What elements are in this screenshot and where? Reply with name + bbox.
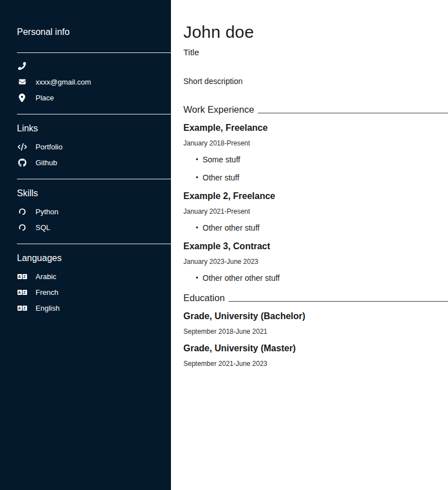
language-label: Arabic [36, 272, 56, 281]
divider [17, 179, 171, 179]
language-icon: AZ [17, 290, 27, 295]
languages-heading: Languages [17, 253, 171, 263]
entry-bullets: Other other other stuff [183, 273, 448, 282]
skill-row: SQL [17, 222, 171, 232]
github-icon [17, 158, 27, 167]
entry-title: Example, Freelance [183, 123, 448, 133]
entry-bullets: Some stuff Other stuff [183, 155, 448, 182]
entry-date: January 2023-June 2023 [183, 258, 448, 266]
language-row: AZ English [17, 303, 171, 313]
link-row-github[interactable]: Github [17, 157, 171, 167]
work-entry: Example, Freelance January 2018-Present … [183, 123, 448, 182]
entry-title: Example 3, Contract [183, 241, 448, 251]
circle-notch-icon [17, 224, 27, 231]
entry-title: Example 2, Freelance [183, 191, 448, 201]
education-heading: Education [183, 293, 448, 303]
link-row-portfolio[interactable]: Portfolio [17, 142, 171, 152]
entry-date: January 2021-Present [183, 208, 448, 215]
entry-title: Grade, University (Bachelor) [183, 311, 448, 321]
divider [17, 52, 171, 53]
contact-row-place: Place [17, 92, 171, 103]
sidebar: Personal info xxxx@gmail.com Place Links [0, 0, 171, 490]
work-entry: Example 2, Freelance January 2021-Presen… [183, 191, 448, 232]
heading-rule [258, 113, 448, 113]
bullet-item: Other stuff [203, 173, 448, 182]
links-heading: Links [17, 123, 171, 134]
entry-date: January 2018-Present [183, 139, 448, 147]
education-entry: Grade, University (Bachelor) September 2… [183, 311, 448, 336]
bullet-item: Some stuff [203, 155, 448, 164]
portfolio-link-label: Portfolio [36, 143, 63, 151]
links-list: Portfolio Github [17, 142, 171, 167]
email-value: xxxx@gmail.com [36, 78, 91, 86]
work-experience-heading: Work Experience [183, 104, 448, 115]
divider [17, 114, 171, 114]
language-label: French [36, 288, 58, 297]
bullet-item: Other other other stuff [203, 273, 448, 282]
location-icon [17, 94, 27, 102]
entry-date: September 2018-June 2021 [183, 328, 448, 336]
bullet-item: Other other stuff [203, 223, 448, 232]
skill-label: SQL [36, 223, 50, 232]
github-link-label: Github [36, 158, 57, 167]
code-icon [17, 143, 27, 151]
skill-row: Python [17, 206, 171, 217]
candidate-name: John doe [183, 23, 448, 42]
personal-info-heading: Personal info [17, 27, 171, 37]
entry-title: Grade, University (Master) [183, 343, 448, 354]
phone-icon [17, 62, 27, 70]
languages-list: AZ Arabic AZ French AZ English [17, 271, 171, 313]
skills-heading: Skills [17, 188, 171, 198]
candidate-description: Short description [183, 77, 448, 86]
language-icon: AZ [17, 274, 27, 279]
entry-date: September 2021-June 2023 [183, 360, 448, 368]
skill-label: Python [36, 208, 58, 216]
language-row: AZ Arabic [17, 271, 171, 281]
work-entry: Example 3, Contract January 2023-June 20… [183, 241, 448, 282]
resume-body: John doe Title Short description Work Ex… [171, 0, 448, 490]
circle-notch-icon [17, 208, 27, 215]
place-value: Place [36, 94, 54, 102]
education-entry: Grade, University (Master) September 202… [183, 343, 448, 368]
language-label: English [36, 304, 60, 312]
entry-bullets: Other other stuff [183, 223, 448, 232]
contact-row-phone [17, 61, 171, 71]
divider [17, 244, 171, 244]
language-icon: AZ [17, 306, 27, 311]
personal-info-list: xxxx@gmail.com Place [17, 61, 171, 103]
envelope-icon [17, 78, 27, 85]
contact-row-email[interactable]: xxxx@gmail.com [17, 77, 171, 87]
language-row: AZ French [17, 287, 171, 297]
heading-rule [229, 301, 448, 302]
skills-list: Python SQL [17, 206, 171, 232]
candidate-title: Title [183, 47, 448, 57]
